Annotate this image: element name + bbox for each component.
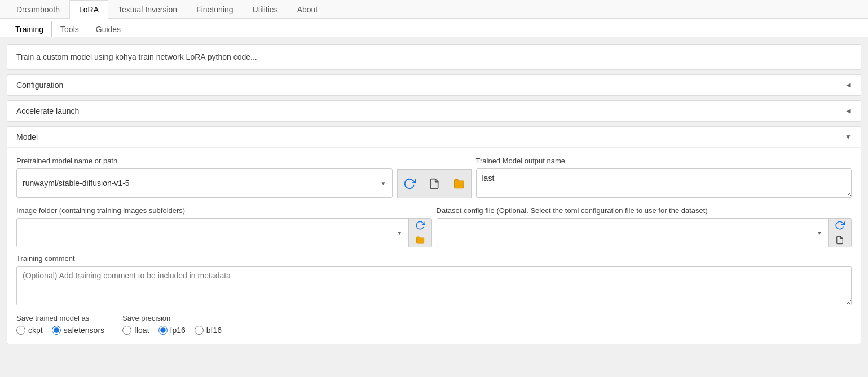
- configuration-section: Configuration ◄: [7, 74, 861, 96]
- save-ckpt-option: ckpt: [16, 326, 43, 335]
- tab-lora[interactable]: LoRA: [69, 0, 108, 19]
- save-model-as-group: Save trained model as ckpt safetensors: [16, 314, 104, 335]
- save-ckpt-label[interactable]: ckpt: [28, 326, 43, 335]
- refresh-icon: [403, 178, 416, 190]
- configuration-label: Configuration: [16, 81, 63, 90]
- save-bf16-radio[interactable]: [195, 326, 204, 335]
- accelerate-arrow: ◄: [845, 107, 852, 115]
- top-navigation: Dreambooth LoRA Textual Inversion Finetu…: [0, 0, 868, 19]
- model-label: Model: [16, 132, 38, 141]
- save-bf16-label[interactable]: bf16: [206, 326, 222, 335]
- model-arrow: ▼: [845, 133, 852, 141]
- training-comment-input[interactable]: [16, 266, 852, 305]
- model-header[interactable]: Model ▼: [7, 127, 861, 147]
- model-section: Model ▼ Pretrained model name or path ru…: [7, 126, 861, 344]
- configuration-header[interactable]: Configuration ◄: [7, 75, 861, 95]
- pretrained-model-label: Pretrained model name or path: [16, 157, 393, 165]
- accelerate-section: Accelerate launch ◄: [7, 100, 861, 122]
- save-precision-group: Save precision float fp16 bf16: [122, 314, 222, 335]
- dataset-config-select[interactable]: [437, 219, 829, 247]
- model-body: Pretrained model name or path runwayml/s…: [7, 147, 861, 344]
- save-fp16-radio[interactable]: [158, 326, 168, 335]
- save-safetensors-label[interactable]: safetensors: [64, 326, 104, 335]
- save-safetensors-radio[interactable]: [52, 326, 61, 335]
- dataset-config-select-wrapper: ▼: [437, 219, 829, 247]
- training-comment-group: Training comment: [16, 254, 852, 307]
- tab-textual-inversion[interactable]: Textual Inversion: [108, 0, 187, 19]
- pretrained-model-file-button[interactable]: [422, 169, 447, 198]
- dataset-config-file-button[interactable]: [829, 233, 851, 247]
- tab-utilities[interactable]: Utilities: [243, 0, 288, 19]
- image-folder-field: ▼: [16, 218, 432, 247]
- tab-about[interactable]: About: [288, 0, 328, 19]
- pretrained-model-select-wrapper: runwayml/stable-diffusion-v1-5 ▼: [17, 169, 392, 197]
- trained-model-output-group: Trained Model output name last: [476, 157, 852, 199]
- image-folder-label: Image folder (containing training images…: [16, 206, 432, 215]
- sub-tab-guides[interactable]: Guides: [87, 21, 129, 37]
- file-icon: [429, 178, 440, 190]
- folder-icon-2: [415, 236, 426, 245]
- training-comment-label: Training comment: [16, 254, 852, 263]
- refresh-icon-3: [835, 220, 845, 230]
- save-model-as-radios: ckpt safetensors: [16, 326, 104, 335]
- image-folder-folder-button[interactable]: [409, 233, 431, 247]
- image-folder-select-wrapper: ▼: [17, 219, 408, 247]
- save-float-radio[interactable]: [122, 326, 131, 335]
- sub-tab-tools[interactable]: Tools: [52, 21, 87, 37]
- save-ckpt-radio[interactable]: [16, 326, 25, 335]
- file-icon-2: [835, 235, 844, 245]
- save-precision-radios: float fp16 bf16: [122, 326, 222, 335]
- trained-model-output-input[interactable]: last: [476, 168, 852, 198]
- folder-icon: [452, 178, 466, 189]
- tab-finetuning[interactable]: Finetuning: [187, 0, 243, 19]
- description-text: Train a custom model using kohya train n…: [7, 44, 861, 70]
- dataset-config-buttons: [828, 219, 851, 247]
- tab-dreambooth[interactable]: Dreambooth: [7, 0, 69, 19]
- save-options-row: Save trained model as ckpt safetensors: [16, 314, 852, 335]
- pretrained-model-buttons: [397, 169, 472, 198]
- save-bf16-option: bf16: [195, 326, 222, 335]
- image-folder-refresh-button[interactable]: [409, 219, 431, 233]
- dataset-config-group: Dataset config file (Optional. Select th…: [437, 206, 852, 247]
- refresh-icon-2: [415, 220, 425, 230]
- save-safetensors-option: safetensors: [52, 326, 104, 335]
- main-content: Train a custom model using kohya train n…: [0, 37, 868, 356]
- dataset-config-refresh-button[interactable]: [829, 219, 851, 233]
- pretrained-model-refresh-button[interactable]: [397, 169, 422, 198]
- save-float-option: float: [122, 326, 149, 335]
- pretrained-model-group: Pretrained model name or path runwayml/s…: [16, 157, 393, 198]
- trained-model-output-label: Trained Model output name: [476, 157, 852, 165]
- sub-navigation: Training Tools Guides: [0, 19, 868, 37]
- save-fp16-option: fp16: [158, 326, 186, 335]
- pretrained-model-field: runwayml/stable-diffusion-v1-5 ▼: [16, 168, 393, 198]
- save-float-label[interactable]: float: [134, 326, 149, 335]
- save-fp16-label[interactable]: fp16: [170, 326, 186, 335]
- image-folder-select[interactable]: [17, 219, 408, 247]
- accelerate-header[interactable]: Accelerate launch ◄: [7, 101, 861, 121]
- accelerate-label: Accelerate launch: [16, 107, 79, 116]
- image-folder-buttons: [408, 219, 431, 247]
- save-model-as-label: Save trained model as: [16, 314, 104, 322]
- pretrained-model-select[interactable]: runwayml/stable-diffusion-v1-5: [17, 169, 392, 197]
- save-precision-label: Save precision: [122, 314, 222, 322]
- pretrained-model-folder-button[interactable]: [447, 169, 472, 198]
- dataset-config-field: ▼: [437, 218, 852, 247]
- configuration-arrow: ◄: [845, 81, 852, 89]
- dataset-config-label: Dataset config file (Optional. Select th…: [437, 206, 852, 215]
- image-folder-group: Image folder (containing training images…: [16, 206, 432, 247]
- sub-tab-training[interactable]: Training: [7, 21, 52, 37]
